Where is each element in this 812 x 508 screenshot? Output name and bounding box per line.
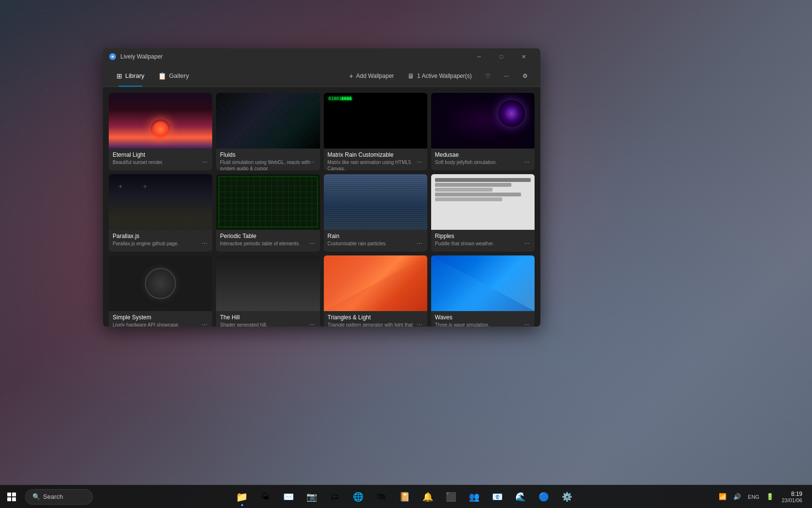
card-desc-eternal-light: Beautiful sunset render. <box>113 159 208 165</box>
wallpaper-card-waves[interactable]: Waves Three.js wave simulation. ··· <box>431 255 535 327</box>
taskbar-app-files[interactable]: 🗂 <box>324 486 346 508</box>
card-info-fluids: Fluids Fluid simulation using WebGL, rea… <box>216 149 319 170</box>
settings-button[interactable]: ⚙ <box>518 70 533 82</box>
gallery-icon: 📋 <box>158 72 166 80</box>
mail-icon: ✉️ <box>283 492 294 502</box>
wallpaper-card-the-hill[interactable]: The Hill Shader generated hill. ··· <box>216 255 319 327</box>
favorites-button[interactable]: ♡ <box>480 70 495 82</box>
taskbar-app-edge[interactable]: 🌐 <box>348 486 369 508</box>
card-menu-button-periodic-table[interactable]: ··· <box>307 238 317 248</box>
wallpaper-card-periodic-table[interactable]: Periodic Table Interactive periodic tabl… <box>216 174 319 252</box>
wallpaper-card-eternal-light[interactable]: Eternal Light Beautiful sunset render. ·… <box>109 93 212 170</box>
taskbar-app-file-explorer[interactable]: 📁 <box>232 486 253 508</box>
camera-icon: 📷 <box>306 492 317 502</box>
terminal-icon: ⬛ <box>446 492 456 502</box>
title-bar-controls: ─ □ ✕ <box>468 48 535 65</box>
taskbar-app-outlook[interactable]: 📧 <box>487 486 508 508</box>
card-info-periodic-table: Periodic Table Interactive periodic tabl… <box>216 230 319 250</box>
card-menu-button-fluids[interactable]: ··· <box>307 157 317 166</box>
wallpaper-card-fluids[interactable]: Fluids Fluid simulation using WebGL, rea… <box>216 93 319 170</box>
taskbar-app-store[interactable]: 🛍 <box>371 486 392 508</box>
wifi-icon: 📶 <box>719 493 726 500</box>
minimize-button[interactable]: ─ <box>468 48 490 65</box>
store-icon: 🛍 <box>377 492 386 502</box>
content-area: Eternal Light Beautiful sunset render. ·… <box>103 87 540 327</box>
files-icon: 🗂 <box>331 492 339 502</box>
card-menu-button-eternal-light[interactable]: ··· <box>200 157 210 166</box>
wallpaper-card-simple-system[interactable]: Simple System Lively hardware API showca… <box>109 255 212 327</box>
maximize-button[interactable]: □ <box>490 48 512 65</box>
windows-logo-icon <box>7 493 16 501</box>
plus-icon: + <box>349 72 353 80</box>
thumbnail-rain <box>324 174 427 230</box>
taskbar-clock[interactable]: 8:19 23/01/06 <box>778 489 806 505</box>
app-logo-icon <box>109 53 116 60</box>
tab-library[interactable]: ⊞ Library <box>111 69 150 83</box>
add-wallpaper-button[interactable]: + Add Wallpaper <box>345 70 399 82</box>
chrome-icon: 🔵 <box>538 492 549 502</box>
card-menu-button-the-hill[interactable]: ··· <box>307 319 317 327</box>
card-menu-button-triangles-light[interactable]: ··· <box>415 319 424 327</box>
network-icon-btn[interactable]: 📶 <box>716 491 729 502</box>
taskbar-apps: 📁 🌤 ✉️ 📷 🗂 🌐 🛍 📔 🔔 ⬛ <box>93 486 716 508</box>
thumbnail-the-hill <box>216 255 319 311</box>
card-menu-button-medusae[interactable]: ··· <box>522 157 532 166</box>
tab-gallery[interactable]: 📋 Gallery <box>152 69 195 83</box>
card-title-periodic-table: Periodic Table <box>220 233 316 239</box>
close-button[interactable]: ✕ <box>512 48 535 65</box>
volume-icon: 🔊 <box>733 493 741 500</box>
file-explorer-icon: 📁 <box>236 491 248 503</box>
taskbar-search[interactable]: 🔍 Search <box>25 489 93 505</box>
taskbar-app-settings[interactable]: ⚙️ <box>556 486 578 508</box>
card-menu-button-parallaxjs[interactable]: ··· <box>200 238 210 248</box>
thumbnail-medusae <box>431 93 535 149</box>
library-icon: ⊞ <box>116 72 122 80</box>
thumbnail-periodic-table <box>216 174 319 230</box>
taskbar-app-mail[interactable]: ✉️ <box>278 486 299 508</box>
taskbar-app-chrome[interactable]: 🔵 <box>533 486 554 508</box>
title-bar: Lively Wallpaper ─ □ ✕ <box>103 48 540 65</box>
taskbar-app-weather[interactable]: 🌤 <box>255 486 276 508</box>
card-info-the-hill: The Hill Shader generated hill. <box>216 311 319 327</box>
more-options-button[interactable]: ··· <box>499 70 514 82</box>
taskbar-app-camera[interactable]: 📷 <box>301 486 322 508</box>
start-button[interactable] <box>0 485 23 508</box>
thumbnail-triangles-light <box>324 255 427 311</box>
card-desc-rain: Customisable rain particles. <box>328 240 423 247</box>
card-desc-ripples: Puddle that shows weather. <box>435 240 531 247</box>
taskbar-app-terminal[interactable]: ⬛ <box>440 486 462 508</box>
card-menu-button-matrix-rain[interactable]: ··· <box>415 157 424 166</box>
wallpaper-card-matrix-rain[interactable]: Matrix Rain Customizable Matrix like rai… <box>324 93 427 170</box>
card-desc-parallaxjs: Parallax.js engine github page. <box>113 240 208 247</box>
active-wallpapers-button[interactable]: 🖥 1 Active Wallpaper(s) <box>403 70 477 82</box>
wallpaper-card-medusae[interactable]: Medusae Soft body jellyfish simulation. … <box>431 93 535 170</box>
battery-icon-btn[interactable]: 🔋 <box>763 491 777 502</box>
taskbar-app-onenote[interactable]: 📔 <box>394 486 415 508</box>
nav-bar: ⊞ Library 📋 Gallery + Add Wallpaper 🖥 1 … <box>103 65 540 87</box>
taskbar: 🔍 Search 📁 🌤 ✉️ 📷 🗂 🌐 🛍 📔 <box>0 485 812 508</box>
taskbar-app-teams[interactable]: 👥 <box>464 486 485 508</box>
thumbnail-ripples <box>431 174 535 230</box>
lang-indicator[interactable]: ENG <box>745 491 762 502</box>
card-desc-the-hill: Shader generated hill. <box>220 322 316 327</box>
card-info-simple-system: Simple System Lively hardware API showca… <box>109 311 212 327</box>
thumbnail-parallaxjs <box>109 174 212 230</box>
wallpaper-card-rain[interactable]: Rain Customisable rain particles. ··· <box>324 174 427 252</box>
taskbar-app-notif[interactable]: 🔔 <box>417 486 438 508</box>
card-desc-simple-system: Lively hardware API showcase. <box>113 322 208 327</box>
wallpaper-card-ripples[interactable]: Ripples Puddle that shows weather. ··· <box>431 174 535 252</box>
card-menu-button-simple-system[interactable]: ··· <box>200 319 210 327</box>
app-window: Lively Wallpaper ─ □ ✕ ⊞ Library 📋 Galle… <box>103 48 540 327</box>
wallpaper-card-triangles-light[interactable]: Triangles & Light Triangle pattern gener… <box>324 255 427 327</box>
taskbar-app-lively[interactable]: 🌊 <box>510 486 531 508</box>
card-menu-button-rain[interactable]: ··· <box>415 238 424 248</box>
card-title-triangles-light: Triangles & Light <box>328 314 423 321</box>
active-wallpapers-label: 1 Active Wallpaper(s) <box>417 73 472 79</box>
card-menu-button-ripples[interactable]: ··· <box>522 238 532 248</box>
card-menu-button-waves[interactable]: ··· <box>522 319 532 327</box>
edge-icon: 🌐 <box>353 492 363 502</box>
search-icon: 🔍 <box>32 493 40 500</box>
wallpaper-card-parallaxjs[interactable]: Parallax.js Parallax.js engine github pa… <box>109 174 212 252</box>
volume-icon-btn[interactable]: 🔊 <box>730 491 744 502</box>
wallpaper-grid: Eternal Light Beautiful sunset render. ·… <box>109 93 535 327</box>
